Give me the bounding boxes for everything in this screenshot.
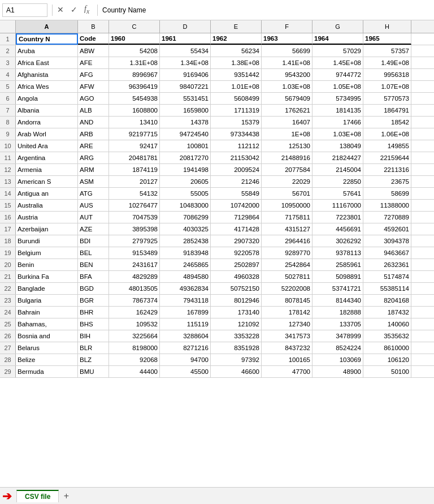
cell[interactable]: 97392 bbox=[211, 354, 262, 365]
cell[interactable]: 115119 bbox=[160, 318, 211, 330]
cell[interactable]: 125130 bbox=[262, 140, 313, 152]
cell[interactable]: BEN bbox=[78, 259, 109, 270]
cell[interactable]: 1941498 bbox=[160, 164, 211, 175]
cell[interactable]: 48013505 bbox=[109, 283, 160, 294]
cell[interactable]: ARE bbox=[78, 140, 109, 152]
cell[interactable]: 3353228 bbox=[211, 330, 262, 342]
cell[interactable]: 20481781 bbox=[109, 152, 160, 163]
cell[interactable]: 1.38E+08 bbox=[211, 57, 262, 68]
cell[interactable]: 1.49E+08 bbox=[363, 57, 411, 68]
cell[interactable]: 5174874 bbox=[363, 271, 411, 282]
cell[interactable]: 133705 bbox=[313, 318, 363, 330]
row-number[interactable]: 29 bbox=[0, 366, 16, 377]
cell[interactable]: 8078145 bbox=[262, 295, 313, 306]
cell[interactable]: 5531451 bbox=[160, 93, 211, 104]
cell[interactable]: 1762621 bbox=[262, 105, 313, 116]
cell[interactable]: 1.01E+08 bbox=[211, 81, 262, 92]
cell[interactable]: 1961 bbox=[160, 33, 211, 45]
cell[interactable]: 16407 bbox=[262, 117, 313, 128]
cell[interactable]: 54208 bbox=[109, 45, 160, 57]
cell[interactable]: 5679409 bbox=[262, 93, 313, 104]
cell[interactable]: BMU bbox=[78, 366, 109, 377]
cell[interactable]: 92068 bbox=[109, 354, 160, 365]
cell[interactable]: 9744772 bbox=[313, 69, 363, 80]
cell[interactable]: Azerbaijan bbox=[16, 223, 78, 235]
cell[interactable]: AFE bbox=[78, 57, 109, 68]
cell[interactable]: 1659800 bbox=[160, 105, 211, 116]
cell[interactable]: 14378 bbox=[160, 117, 211, 128]
cell[interactable]: 22029 bbox=[262, 176, 313, 187]
cell[interactable]: 9378113 bbox=[313, 247, 363, 259]
cell[interactable]: ARB bbox=[78, 128, 109, 140]
cell[interactable]: Afghanista bbox=[16, 69, 78, 80]
cell[interactable]: 10483000 bbox=[160, 200, 211, 211]
cell[interactable]: 4171428 bbox=[211, 223, 262, 235]
cell[interactable]: AUT bbox=[78, 212, 109, 223]
cell[interactable]: 58699 bbox=[363, 188, 411, 199]
row-number[interactable]: 12 bbox=[0, 164, 16, 175]
cell[interactable]: Austria bbox=[16, 212, 78, 223]
row-number[interactable]: 7 bbox=[0, 105, 16, 116]
cell[interactable]: 55849 bbox=[211, 188, 262, 199]
cell[interactable]: 1864791 bbox=[363, 105, 411, 116]
cell[interactable]: 121092 bbox=[211, 318, 262, 330]
cell[interactable]: BLR bbox=[78, 342, 109, 354]
cell[interactable]: Aruba bbox=[16, 45, 78, 57]
cell[interactable]: 10742000 bbox=[211, 200, 262, 211]
row-number[interactable]: 21 bbox=[0, 271, 16, 282]
cell[interactable]: ATG bbox=[78, 188, 109, 199]
cell[interactable]: 2145004 bbox=[313, 164, 363, 175]
cell[interactable]: 21153042 bbox=[211, 152, 262, 163]
cell[interactable]: Belgium bbox=[16, 247, 78, 259]
cell[interactable]: 1.03E+08 bbox=[262, 81, 313, 92]
cell[interactable]: AZE bbox=[78, 223, 109, 235]
cell[interactable]: 50752150 bbox=[211, 283, 262, 294]
cell[interactable]: ASM bbox=[78, 176, 109, 187]
cell[interactable]: 7943118 bbox=[160, 295, 211, 306]
cell[interactable]: 55005 bbox=[160, 188, 211, 199]
cell[interactable]: 55434 bbox=[160, 45, 211, 57]
function-icon[interactable]: fx bbox=[82, 3, 92, 16]
cell[interactable]: United Ara bbox=[16, 140, 78, 152]
col-header-d[interactable]: D bbox=[160, 20, 211, 33]
cell[interactable]: 55385114 bbox=[363, 283, 411, 294]
cell[interactable]: 8610000 bbox=[363, 342, 411, 354]
cell[interactable]: 2964416 bbox=[262, 235, 313, 247]
cell[interactable]: 5454938 bbox=[109, 93, 160, 104]
cell[interactable]: 3895398 bbox=[109, 223, 160, 235]
cell[interactable]: 2852438 bbox=[160, 235, 211, 247]
cell[interactable]: 3535632 bbox=[363, 330, 411, 342]
cell[interactable]: 96396419 bbox=[109, 81, 160, 92]
cell[interactable]: Bahrain bbox=[16, 307, 78, 318]
row-number[interactable]: 20 bbox=[0, 259, 16, 270]
cell[interactable]: 46600 bbox=[211, 366, 262, 377]
cell[interactable]: AND bbox=[78, 117, 109, 128]
cell[interactable]: 4960328 bbox=[211, 271, 262, 282]
cell[interactable]: 2542864 bbox=[262, 259, 313, 270]
col-header-a[interactable]: A bbox=[16, 20, 78, 33]
cell[interactable]: 5734995 bbox=[313, 93, 363, 104]
cell[interactable]: 2431617 bbox=[109, 259, 160, 270]
cell[interactable]: 3225664 bbox=[109, 330, 160, 342]
cell[interactable]: 8198000 bbox=[109, 342, 160, 354]
cell[interactable]: 2907320 bbox=[211, 235, 262, 247]
cell[interactable]: 97334438 bbox=[211, 128, 262, 140]
row-number[interactable]: 18 bbox=[0, 235, 16, 247]
cell[interactable]: 8204168 bbox=[363, 295, 411, 306]
confirm-icon[interactable]: ✓ bbox=[68, 4, 80, 15]
cell[interactable]: 1964 bbox=[313, 33, 363, 45]
row-number[interactable]: 1 bbox=[0, 33, 16, 45]
cell[interactable]: Armenia bbox=[16, 164, 78, 175]
cell[interactable]: 21488916 bbox=[262, 152, 313, 163]
cell[interactable]: 3026292 bbox=[313, 235, 363, 247]
cell[interactable]: 7086299 bbox=[160, 212, 211, 223]
cell[interactable]: 11167000 bbox=[313, 200, 363, 211]
cell[interactable]: 4894580 bbox=[160, 271, 211, 282]
row-number[interactable]: 19 bbox=[0, 247, 16, 259]
cell[interactable]: 57641 bbox=[313, 188, 363, 199]
cell[interactable]: 21824427 bbox=[313, 152, 363, 163]
cell[interactable]: 1960 bbox=[109, 33, 160, 45]
cell[interactable]: Code bbox=[78, 33, 109, 45]
cell[interactable]: 57029 bbox=[313, 45, 363, 57]
row-number[interactable]: 4 bbox=[0, 69, 16, 80]
